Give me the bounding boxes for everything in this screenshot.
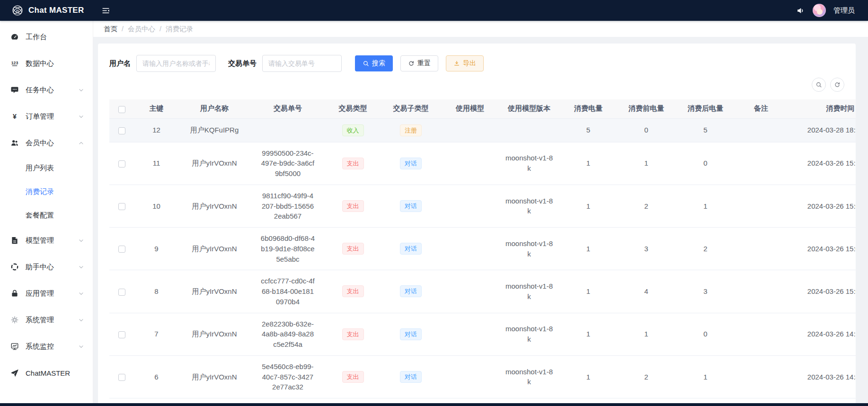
- sidebar-item-label: 应用管理: [26, 289, 54, 298]
- row-checkbox[interactable]: [118, 289, 125, 296]
- sidebar-item-label: 任务中心: [26, 86, 54, 95]
- cell-model-version: moonshot-v1-8k: [498, 313, 560, 355]
- cell-model-version: moonshot-v1-8k: [498, 142, 560, 185]
- cell-power-after: 3: [676, 270, 735, 313]
- cell-user-name: 用户yIrVOxnN: [179, 270, 250, 313]
- col-power-before: 消费前电量: [617, 99, 676, 118]
- username-input[interactable]: [136, 55, 216, 72]
- cell-trade-subtype: 对话: [380, 142, 442, 185]
- sidebar-item-label: 工作台: [26, 33, 47, 42]
- sidebar-item-workbench[interactable]: 工作台: [0, 24, 93, 50]
- cell-consume-time: 2024-03-26 15:08:52: [787, 185, 856, 227]
- col-user-name: 用户名称: [179, 99, 250, 118]
- tag-primary: 对话: [400, 285, 422, 297]
- row-checkbox[interactable]: [118, 331, 125, 338]
- row-checkbox[interactable]: [118, 374, 125, 381]
- sidebar-item-order-management[interactable]: ¥订单管理: [0, 103, 93, 130]
- cell-trade-no: 2e82230b-632e-4a8b-a849-8a28c5e2f54a: [250, 313, 326, 355]
- sidebar-item-system-monitor[interactable]: 系统监控: [0, 333, 93, 360]
- col-power-after: 消费后电量: [676, 99, 735, 118]
- cell-consume-time: 2024-03-26 14:40:47: [787, 355, 856, 398]
- sidebar-item-system-management[interactable]: 系统管理: [0, 307, 93, 333]
- volume-icon[interactable]: [796, 6, 805, 15]
- cell-checkbox: [109, 228, 134, 270]
- cell-consumed-power: 1: [560, 313, 617, 355]
- sidebar-item-data-center[interactable]: 123数据中心: [0, 50, 93, 77]
- table-row: 8用户yIrVOxnNccfcc777-cd0c-4f68-b184-00e18…: [109, 270, 856, 313]
- row-checkbox[interactable]: [118, 246, 125, 253]
- sidebar-item-member-center[interactable]: 会员中心: [0, 130, 93, 156]
- tag-primary: 对话: [400, 328, 422, 340]
- monitor-icon: [10, 342, 19, 351]
- document-icon: [10, 236, 19, 245]
- cell-power-before: 0: [617, 118, 676, 142]
- cell-trade-no: 6b0968d0-df68-4b19-9d1e-8f08ce5e5abc: [250, 228, 326, 270]
- sidebar-item-label: 订单管理: [26, 112, 54, 121]
- sidebar-item-chatmaster[interactable]: ChatMASTER: [0, 360, 93, 386]
- refresh-table-button[interactable]: [830, 78, 844, 92]
- sidebar-item-app-management[interactable]: 应用管理: [0, 280, 93, 307]
- cell-trade-subtype: 对话: [380, 185, 442, 227]
- col-trade-no: 交易单号: [250, 99, 326, 118]
- username-label: 用户名: [109, 59, 131, 68]
- cell-consume-time: 2024-03-26 15:19:07: [787, 142, 856, 185]
- sidebar-item-task-center[interactable]: 任务中心: [0, 77, 93, 103]
- sidebar-subitem-package-config[interactable]: 套餐配置: [0, 203, 93, 227]
- table-row: 10用户yIrVOxnN9811cf90-49f9-4207-bbd5-1565…: [109, 185, 856, 227]
- content-card: 用户名 交易单号 搜索 重置 导出: [98, 44, 856, 403]
- top-navbar: AI Chat MASTER 管理员: [0, 0, 868, 21]
- col-consumed-power: 消费电量: [560, 99, 617, 118]
- cell-model: [442, 228, 498, 270]
- tag-success: 收入: [342, 124, 364, 136]
- collapse-menu-icon[interactable]: [101, 6, 110, 15]
- cell-consumed-power: 1: [560, 355, 617, 398]
- reset-button[interactable]: 重置: [400, 55, 438, 71]
- chevron-down-icon: [78, 317, 84, 323]
- breadcrumb-home[interactable]: 首页: [104, 25, 117, 34]
- user-avatar[interactable]: [813, 4, 826, 17]
- cell-model: [442, 355, 498, 398]
- search-button[interactable]: 搜索: [355, 55, 393, 71]
- sidebar-item-label: 系统监控: [26, 342, 54, 351]
- row-checkbox[interactable]: [118, 127, 125, 134]
- records-table: 主键 用户名称 交易单号 交易类型 交易子类型 使用模型 使用模型版本 消费电量…: [109, 99, 856, 398]
- toggle-search-button[interactable]: [812, 78, 826, 92]
- navbar-right: 管理员: [796, 4, 868, 17]
- cell-user-name: 用户yIrVOxnN: [179, 228, 250, 270]
- cell-primary-key: 12: [134, 118, 179, 142]
- sidebar-subitem-user-list[interactable]: 用户列表: [0, 156, 93, 180]
- col-primary-key: 主键: [134, 99, 179, 118]
- tag-danger: 支出: [342, 243, 364, 255]
- cell-power-before: 2: [617, 355, 676, 398]
- row-checkbox[interactable]: [118, 203, 125, 210]
- cell-user-name: 用户yIrVOxnN: [179, 313, 250, 355]
- main-content: 首页 / 会员中心 / 消费记录 用户名 交易单号 搜索 重置: [93, 21, 868, 403]
- select-all-checkbox[interactable]: [118, 106, 125, 113]
- sidebar-item-assistant-center[interactable]: 助手中心: [0, 254, 93, 280]
- cell-consumed-power: 1: [560, 185, 617, 227]
- users-icon: [10, 139, 19, 147]
- brand: AI Chat MASTER: [0, 4, 93, 17]
- cell-remark: [735, 185, 787, 227]
- svg-text:AI: AI: [16, 9, 19, 13]
- export-button[interactable]: 导出: [446, 55, 484, 71]
- cell-trade-type: 支出: [326, 228, 380, 270]
- cell-checkbox: [109, 118, 134, 142]
- row-checkbox[interactable]: [118, 160, 125, 168]
- cell-trade-subtype: 对话: [380, 270, 442, 313]
- chevron-down-icon: [78, 87, 84, 93]
- sidebar-item-label: 数据中心: [26, 59, 54, 68]
- cell-model-version: [498, 118, 560, 142]
- refresh-icon: [408, 60, 415, 67]
- col-remark: 备注: [735, 99, 787, 118]
- chevron-down-icon: [78, 264, 84, 270]
- sidebar-subitem-consumption-records[interactable]: 消费记录: [0, 180, 93, 203]
- trade-no-input[interactable]: [262, 55, 342, 72]
- cell-trade-no: 99950500-234c-497e-b9dc-3a6cf9bf5000: [250, 142, 326, 185]
- sidebar-item-model-management[interactable]: 模型管理: [0, 227, 93, 254]
- cell-model: [442, 270, 498, 313]
- chevron-down-icon: [78, 238, 84, 244]
- search-icon: [815, 81, 822, 88]
- cell-user-name: 用户yIrVOxnN: [179, 355, 250, 398]
- chevron-down-icon: [78, 114, 84, 120]
